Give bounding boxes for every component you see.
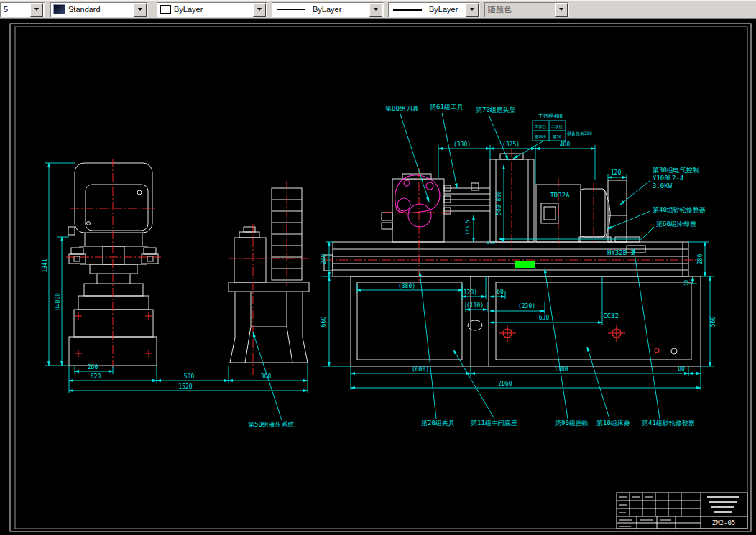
color-combo[interactable]: ByLayer bbox=[157, 2, 267, 17]
aux-cell-11: 工作台 bbox=[535, 124, 547, 129]
label-electrical-group-30: 第30组电气控制 bbox=[653, 167, 699, 174]
label-bed-group-10: 第10组床身 bbox=[596, 419, 630, 427]
label-hydraulic-group-50: 第50组液压系统 bbox=[248, 421, 295, 428]
dim-620: 620 bbox=[91, 373, 101, 380]
lineweight-combo[interactable]: ByLayer bbox=[388, 2, 480, 17]
label-coolant-group-60: 第60组冷却器 bbox=[656, 220, 696, 228]
dim-630: 630 bbox=[539, 315, 550, 321]
plot-style-arrow-icon bbox=[555, 3, 568, 17]
dim-1180: 1180 bbox=[554, 366, 568, 373]
dim-120b: (120) bbox=[460, 289, 477, 296]
label-model-hy32b: HY32B-I bbox=[607, 249, 635, 256]
aux-cell-21: 最800 bbox=[535, 134, 545, 139]
dim-280: 280 bbox=[697, 254, 704, 265]
dim-325: (325) bbox=[502, 141, 520, 148]
dim-300: 300 bbox=[261, 373, 272, 380]
dim-400: 400 bbox=[560, 141, 571, 148]
aux-travel-label: 主行程400 bbox=[538, 113, 563, 119]
text-style-value: Standard bbox=[65, 5, 133, 14]
dim-h800: H=800 bbox=[55, 293, 61, 310]
drawing-canvas[interactable]: 1341 H=800 260 620 500 300 1520 (330) (3… bbox=[0, 19, 756, 535]
label-model-cc32: CC32 bbox=[603, 312, 619, 320]
drawing-area: 1341 H=800 260 620 500 300 1520 (330) (3… bbox=[0, 19, 756, 535]
lineweight-sample-icon bbox=[393, 9, 422, 11]
color-arrow-icon[interactable] bbox=[253, 3, 266, 17]
dim-240: 240 bbox=[321, 254, 327, 265]
label-model-td32a: TD32A bbox=[550, 192, 570, 199]
dim-500: 500 bbox=[184, 373, 195, 380]
aux-cell-22: 最50 bbox=[553, 134, 561, 139]
stop-dog-highlight bbox=[515, 261, 535, 268]
label-wheelhead-group-70: 第70组磨头架 bbox=[476, 106, 516, 113]
dim-600: (600) bbox=[412, 366, 429, 373]
color-swatch-icon bbox=[160, 5, 171, 14]
dim-10: 10 bbox=[683, 280, 689, 286]
dim-380: (380) bbox=[398, 283, 415, 289]
label-fixture-group-20: 第20组夹具 bbox=[421, 419, 455, 427]
label-motor-power: 3.0KW bbox=[653, 182, 673, 190]
label-dresser-group-41: 第41组砂轮修整器 bbox=[642, 419, 695, 427]
drawing-number: ZM2-05 bbox=[712, 519, 736, 526]
aux-cell-12: 二次行 bbox=[551, 124, 563, 129]
left-combo[interactable]: 5 bbox=[0, 2, 45, 17]
label-tool-group-80: 第80组刀具 bbox=[385, 105, 419, 112]
dim-110: (110) bbox=[466, 302, 484, 309]
label-stop-group-90: 第90组挡铁 bbox=[555, 419, 589, 427]
dim-260: 260 bbox=[88, 364, 98, 371]
left-combo-value: 5 bbox=[1, 5, 29, 14]
dim-1341: 1341 bbox=[42, 259, 48, 272]
label-middle-base-group-11: 第11组中间底座 bbox=[471, 419, 517, 427]
label-tool-group-61: 第61组工具 bbox=[430, 103, 464, 111]
dim-230: (230) bbox=[518, 303, 535, 310]
dim-660: 660 bbox=[321, 317, 327, 327]
linetype-combo[interactable]: ByLayer bbox=[272, 2, 384, 17]
text-style-combo[interactable]: Standard bbox=[50, 2, 148, 17]
toolbar: 5 Standard ByLayer ByLayer ByLayer 随颜色 bbox=[0, 0, 756, 19]
lineweight-arrow-icon[interactable] bbox=[466, 3, 479, 17]
style-preview-icon bbox=[53, 4, 65, 14]
color-value: ByLayer bbox=[171, 5, 252, 14]
aux-total-length: 设备总长290 bbox=[567, 131, 592, 136]
linetype-value: ByLayer bbox=[310, 5, 369, 14]
dim-120: 120 bbox=[611, 169, 622, 176]
linetype-sample-icon bbox=[277, 9, 305, 10]
dim-330: (330) bbox=[453, 141, 471, 148]
dim-500-800: 500-800 bbox=[496, 191, 502, 215]
lineweight-value: ByLayer bbox=[426, 5, 465, 14]
left-combo-arrow-icon[interactable] bbox=[30, 3, 43, 17]
dim-560: 560 bbox=[710, 317, 716, 327]
dim-60: 60 bbox=[497, 289, 504, 295]
dim-2060: 2060 bbox=[498, 381, 512, 387]
text-style-arrow-icon[interactable] bbox=[134, 3, 147, 17]
dim-1520: 1520 bbox=[178, 383, 192, 390]
dim-80: 80 bbox=[678, 366, 685, 372]
linetype-arrow-icon[interactable] bbox=[369, 3, 382, 17]
dim-0-5: 0.5 bbox=[487, 240, 496, 246]
label-dresser-group-40: 第40组砂轮修整器 bbox=[653, 206, 706, 213]
plot-style-value: 随颜色 bbox=[485, 4, 554, 15]
plot-style-combo[interactable]: 随颜色 bbox=[484, 2, 569, 17]
label-motor-model: Y100L2-4 bbox=[653, 175, 683, 182]
dim-125-5: 125.5 bbox=[465, 220, 471, 235]
